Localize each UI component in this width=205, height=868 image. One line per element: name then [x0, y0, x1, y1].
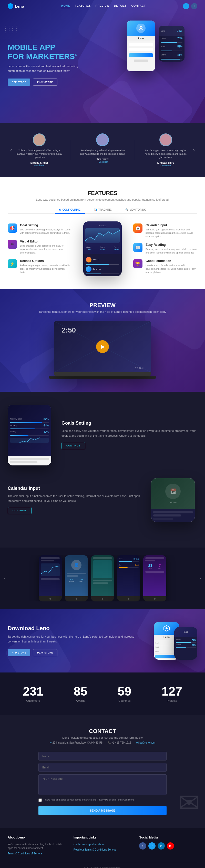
footer-twitter-button[interactable]: t — [148, 842, 156, 849]
footer-grid: About Leno We're passionate about creati… — [8, 836, 197, 857]
decorative-dots — [5, 26, 18, 33]
navigation: Leno HOME FEATURES PREVIEW DETAILS CONTA… — [0, 0, 205, 12]
gallery-phone-1 — [39, 555, 62, 601]
footer-link-2[interactable]: Read our Terms & Conditions Service — [73, 848, 132, 851]
testimonial-avatar-2 — [96, 133, 109, 146]
contact-info: ✉ 22 Innovation, San Francisco, CA 94441… — [8, 741, 197, 744]
nav-features[interactable]: FEATURES — [75, 4, 91, 8]
feature-visual-editor: ✏ Visual Editor Leno provides a well des… — [8, 240, 72, 255]
detail-phone-goals: Weekly Goal 82% Monthly 64% Yearly 47% — [8, 405, 54, 465]
gallery-next[interactable]: › — [196, 575, 205, 581]
stat-customers: 231 Customers — [23, 685, 43, 702]
testimonial-divider — [134, 140, 134, 160]
contact-section: CONTACT Don't hesitate to give us a call… — [0, 715, 205, 828]
detail-goals-continue-button[interactable]: CONTINUE — [62, 442, 85, 449]
testimonial-item: Leno's support team is amazing, they've … — [143, 133, 189, 167]
stat-countries: 59 Countries — [117, 685, 131, 702]
features-tabs: ⚙ CONFIGURING 📊 TRACKING 🔍 MONITORING — [8, 206, 197, 214]
feature-goal-setting: 🎯 Goal Setting Like any self-improving p… — [8, 223, 72, 235]
appstore-button[interactable]: APP STORE — [8, 79, 30, 86]
nav-twitter-button[interactable]: t — [183, 3, 189, 9]
features-phone: 9:41 AM Goals75% Track52% Score88% — [77, 221, 128, 276]
contact-submit-button[interactable]: SEND A MESSAGE — [38, 806, 167, 815]
gallery-phones: 👤 4.2Rating 12kUsers — [9, 555, 196, 601]
testimonials-next[interactable]: › — [191, 145, 197, 155]
features-title: FEATURES — [8, 190, 197, 196]
contact-message-input[interactable] — [38, 774, 167, 795]
logo[interactable]: Leno — [8, 3, 24, 9]
footer-socials: f t in ▶ — [139, 842, 197, 849]
preview-keyboard — [49, 376, 156, 379]
tab-monitoring[interactable]: 🔍 MONITORING — [121, 206, 150, 214]
nav-contact[interactable]: CONTACT — [131, 4, 145, 8]
testimonial-item: This app has the potential of becoming a… — [16, 133, 62, 167]
footer-terms-link[interactable]: Terms & Conditions of Service — [8, 851, 66, 856]
gallery-section: ‹ 👤 4.2Rating 12kUsers — [0, 548, 205, 609]
tracking-icon: 📊 — [94, 208, 97, 211]
contact-name-input[interactable] — [38, 752, 167, 761]
contact-email-input[interactable] — [38, 763, 167, 772]
contact-form: I have read and agree to your Terms of S… — [38, 752, 167, 815]
preview-play-button[interactable]: ▶ — [96, 340, 109, 353]
contact-checkbox[interactable] — [38, 799, 42, 802]
testimonials-list: This app has the potential of becoming a… — [14, 133, 191, 167]
contact-subtitle: Don't hesitate to give us a call or just… — [8, 736, 197, 739]
preview-laptop-wrapper: 2:50 12 JAN ▶ — [49, 321, 156, 379]
feature-good-foundation: 🏆 Good Foundation Leno is a solid founda… — [133, 259, 197, 274]
nav-socials: t f — [183, 3, 197, 9]
footer-youtube-button[interactable]: ▶ — [167, 842, 174, 849]
goal-setting-icon: 🎯 — [8, 223, 17, 233]
feature-refined-options: ⚡ Refined Options Full native packaged i… — [8, 259, 72, 274]
nav-preview[interactable]: PREVIEW — [95, 4, 109, 8]
footer-copyright: © 2018 Leno. All rights reserved. — [8, 862, 197, 868]
nav-links: HOME FEATURES PREVIEW DETAILS CONTACT — [61, 4, 146, 8]
svg-point-7 — [166, 627, 168, 629]
preview-base — [54, 372, 151, 376]
features-subtitle: Leno was designed based on input from pe… — [8, 198, 197, 201]
stat-projects: 127 Projects — [162, 685, 182, 702]
contact-phone: 📞 +1 415-720-1212 — [108, 741, 131, 744]
gallery-prev[interactable]: ‹ — [0, 575, 9, 581]
testimonials-prev[interactable]: ‹ — [8, 145, 14, 155]
download-title: Download Leno — [8, 625, 146, 632]
svg-point-1 — [140, 27, 142, 29]
gallery-phone-3 — [91, 555, 114, 601]
feature-calendar: 📅 Calendar Input Schedule your appointme… — [133, 223, 197, 239]
detail-phone-calendar: 📅 Calendar — [151, 478, 197, 522]
testimonial-item: Searching for a good marketing automatio… — [79, 133, 126, 167]
monitoring-icon: 🔍 — [125, 208, 128, 211]
configuring-icon: ⚙ — [59, 208, 61, 211]
nav-details[interactable]: DETAILS — [114, 4, 127, 8]
nav-facebook-button[interactable]: f — [191, 3, 197, 9]
good-foundation-icon: 🏆 — [133, 259, 142, 268]
refined-options-icon: ⚡ — [8, 259, 17, 268]
easy-reading-icon: 📖 — [133, 243, 142, 252]
footer-about-col: About Leno We're passionate about creati… — [8, 836, 66, 857]
gallery-phone-4: Steps 8,432 Cal 542 — [117, 555, 140, 601]
logo-text: Leno — [15, 4, 24, 8]
footer-linkedin-button[interactable]: in — [158, 842, 165, 849]
hero-description: Leno is one of the easiest and feature-p… — [8, 64, 90, 73]
hero-title: MOBILE APP FOR MARKETERS© — [8, 42, 90, 61]
playstore-button[interactable]: PLAY STORE — [33, 79, 57, 86]
tab-tracking[interactable]: 📊 TRACKING — [90, 206, 116, 214]
contact-title: CONTACT — [8, 728, 197, 735]
detail-calendar-continue-button[interactable]: CONTINUE — [8, 507, 32, 514]
visual-editor-icon: ✏ — [8, 240, 17, 249]
testimonials-section: ‹ This app has the potential of becoming… — [0, 123, 205, 177]
details-section: Weekly Goal 82% Monthly 64% Yearly 47% — [0, 392, 205, 548]
hero-buttons: APP STORE PLAY STORE — [8, 79, 90, 86]
tab-configuring[interactable]: ⚙ CONFIGURING — [55, 206, 85, 214]
nav-home[interactable]: HOME — [61, 4, 70, 8]
envelope-icon: ✉ — [178, 788, 200, 818]
download-section: Download Leno Target the right customers… — [0, 609, 205, 673]
footer-link-1[interactable]: Our business partners here — [73, 842, 132, 846]
features-left: 🎯 Goal Setting Like any self-improving p… — [8, 223, 72, 274]
footer-facebook-button[interactable]: f — [139, 842, 146, 849]
testimonial-divider — [71, 140, 71, 160]
preview-laptop: 2:50 12 JAN ▶ — [54, 321, 151, 376]
hero-phone-dark: Leno 2:56 Goals 75% Track 52% Score 88% — [159, 26, 184, 62]
footer: About Leno We're passionate about creati… — [0, 828, 205, 868]
features-right: 📅 Calendar Input Schedule your appointme… — [133, 223, 197, 274]
contact-email: office@leno.com — [136, 741, 155, 744]
